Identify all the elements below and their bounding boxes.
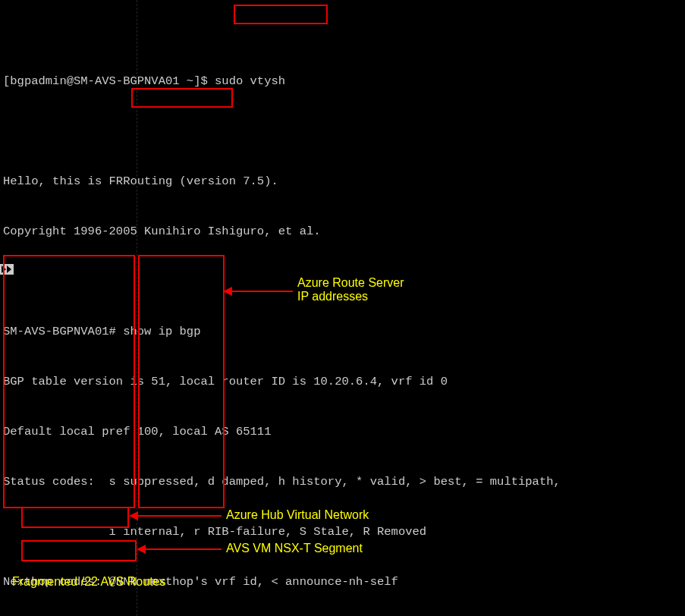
status-codes-2: i internal, r RIB-failure, S Stale, R Re… <box>3 523 682 540</box>
router-prompt: SM-AVS-BGPNVA01# <box>3 325 123 338</box>
box-show-ip-bgp <box>131 88 233 108</box>
status-codes-1: Status codes: s suppressed, d damped, h … <box>3 473 682 490</box>
cmd-show-ip-bgp: show ip bgp <box>123 325 200 338</box>
arrow-hub-vnet <box>129 511 138 520</box>
router-prompt-line: SM-AVS-BGPNVA01# show ip bgp <box>3 323 682 340</box>
cmd-sudo-vtysh: sudo vtysh <box>215 74 285 88</box>
blank <box>3 273 682 290</box>
ann-nsxt: AVS VM NSX-T Segment <box>226 542 363 555</box>
arrow-nsxt <box>137 545 146 554</box>
ann-hub-vnet: Azure Hub Virtual Network <box>226 508 369 522</box>
terminal-window[interactable]: [bgpadmin@SM-AVS-BGPNVA01 ~]$ sudo vtysh… <box>0 0 685 616</box>
arrow-hub-vnet-line <box>138 515 222 517</box>
nexthop-codes: Nexthop codes: @NNN nexthop's vrf id, < … <box>3 574 682 590</box>
arrow-route-server-line <box>232 291 293 292</box>
bgp-info-2: Default local pref 100, local AS 65111 <box>3 423 682 440</box>
frr-banner-2: Copyright 1996-2005 Kunihiro Ishiguro, e… <box>3 223 682 240</box>
blank <box>3 123 682 140</box>
shell-prompt: [bgpadmin@SM-AVS-BGPNVA01 ~]$ <box>3 74 215 88</box>
arrow-nsxt-line <box>146 548 222 550</box>
box-nsxt-segment <box>21 540 137 561</box>
frr-banner-1: Hello, this is FRRouting (version 7.5). <box>3 173 682 190</box>
shell-prompt-line: [bgpadmin@SM-AVS-BGPNVA01 ~]$ sudo vtysh <box>3 73 682 90</box>
bgp-info-1: BGP table version is 51, local router ID… <box>3 373 682 390</box>
box-sudo-vtysh <box>234 5 328 24</box>
scroll-chevron-icon <box>0 264 14 275</box>
